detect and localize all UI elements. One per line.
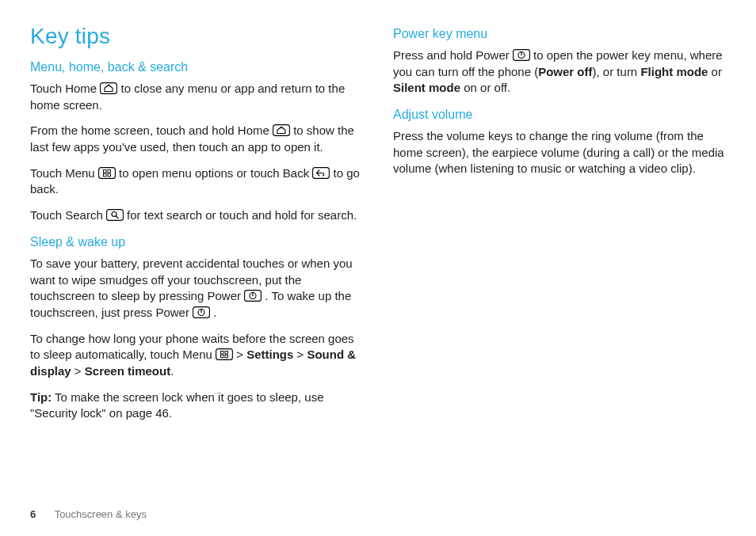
page-footer: 6 Touchscreen & keys <box>30 508 147 520</box>
para-screen-timeout: To change how long your phone waits befo… <box>30 331 363 380</box>
text: on or off. <box>460 81 510 94</box>
text: Touch Menu <box>30 166 98 180</box>
svg-rect-6 <box>108 173 111 177</box>
svg-rect-5 <box>103 173 106 177</box>
search-icon <box>106 209 124 221</box>
text: Press and hold Power <box>393 48 513 62</box>
text: ), or turn <box>593 65 641 78</box>
svg-rect-17 <box>216 349 233 360</box>
para-adjust-volume: Press the volume keys to change the ring… <box>393 128 726 177</box>
text: or <box>708 65 722 78</box>
text: Touch Search <box>30 208 106 222</box>
flight-mode-bold: Flight mode <box>640 65 708 78</box>
para-touch-search: Touch Search for text search or touch an… <box>30 207 363 224</box>
page-root: Key tips Menu, home, back & search Touch… <box>0 0 756 536</box>
text: > <box>293 348 307 361</box>
svg-rect-20 <box>221 355 224 358</box>
text: to open menu options or touch Back <box>119 166 312 180</box>
left-column: Key tips Menu, home, back & search Touch… <box>30 22 363 431</box>
svg-rect-3 <box>103 169 106 173</box>
text: To make the screen lock when it goes to … <box>30 390 323 420</box>
power-off-bold: Power off <box>538 65 592 78</box>
footer-section-title: Touchscreen & keys <box>55 508 147 520</box>
heading-menu-home-back-search: Menu, home, back & search <box>30 60 363 74</box>
screen-timeout-bold: Screen timeout <box>85 364 170 378</box>
silent-mode-bold: Silent mode <box>393 81 460 94</box>
svg-rect-4 <box>108 169 111 173</box>
text: . <box>213 306 216 319</box>
footer-page-number: 6 <box>30 508 36 520</box>
svg-rect-19 <box>225 352 228 355</box>
heading-power-key-menu: Power key menu <box>393 27 726 41</box>
settings-bold: Settings <box>246 348 293 361</box>
svg-rect-18 <box>221 352 224 355</box>
text: From the home screen, touch and hold Hom… <box>30 124 273 137</box>
para-touch-home: Touch Home to close any menu or app and … <box>30 81 363 113</box>
power-icon <box>193 306 210 318</box>
para-hold-home: From the home screen, touch and hold Hom… <box>30 123 363 155</box>
page-title: Key tips <box>30 24 363 49</box>
text: . <box>170 364 174 378</box>
heading-adjust-volume: Adjust volume <box>393 108 726 122</box>
para-sleep-wake: To save your battery, prevent accidental… <box>30 256 363 321</box>
text: > <box>236 348 246 361</box>
heading-sleep-wake: Sleep & wake up <box>30 235 363 249</box>
right-column: Power key menu Press and hold Power to o… <box>393 22 726 431</box>
two-column-layout: Key tips Menu, home, back & search Touch… <box>30 22 726 431</box>
para-tip-security-lock: Tip: To make the screen lock when it goe… <box>30 390 363 422</box>
home-icon <box>273 124 290 136</box>
back-icon <box>312 167 330 179</box>
menu-icon <box>216 348 233 360</box>
tip-label: Tip: <box>30 390 52 404</box>
power-icon <box>513 49 530 61</box>
text: > <box>71 364 85 378</box>
svg-line-10 <box>116 216 118 219</box>
svg-rect-21 <box>225 355 228 358</box>
svg-rect-8 <box>106 210 123 221</box>
menu-icon <box>98 167 116 179</box>
power-icon <box>244 290 262 302</box>
para-touch-menu-back: Touch Menu to open menu options or touch… <box>30 165 363 198</box>
svg-rect-2 <box>98 167 115 178</box>
text: Touch Home <box>30 82 100 95</box>
home-icon <box>100 82 117 94</box>
para-power-key-menu: Press and hold Power to open the power k… <box>393 48 726 97</box>
text: for text search or touch and hold for se… <box>127 208 357 222</box>
